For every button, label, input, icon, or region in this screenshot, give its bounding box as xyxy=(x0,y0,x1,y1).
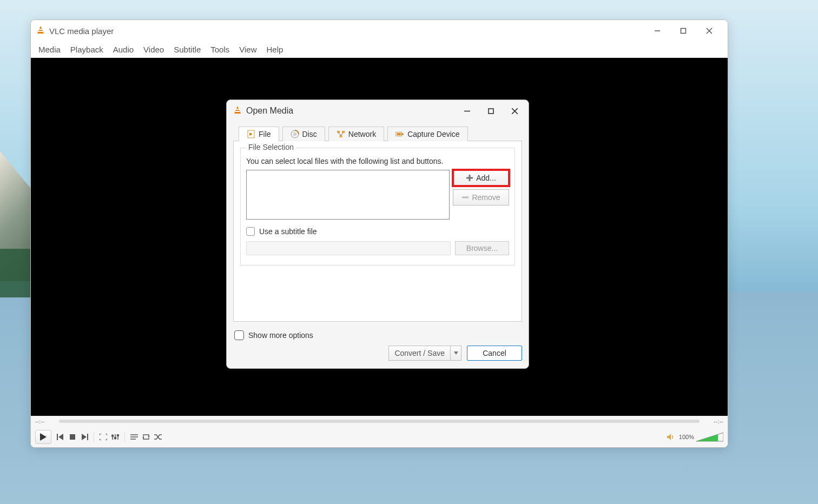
playlist-button[interactable] xyxy=(129,432,139,442)
svg-point-31 xyxy=(294,133,296,135)
capture-icon xyxy=(395,130,404,138)
svg-rect-13 xyxy=(112,435,114,436)
svg-rect-33 xyxy=(342,131,345,133)
tab-content: File Selection You can select local file… xyxy=(233,141,522,322)
dialog-title: Open Media xyxy=(246,106,293,116)
dialog-footer: Convert / Save Cancel xyxy=(227,346,529,368)
dialog-close-button[interactable] xyxy=(510,107,519,115)
dialog-tabs: File Disc Network Capture Device xyxy=(233,126,522,141)
menubar: Media Playback Audio Video Subtitle Tool… xyxy=(31,42,728,58)
svg-line-35 xyxy=(338,133,341,135)
svg-point-39 xyxy=(402,133,404,135)
main-titlebar[interactable]: VLC media player xyxy=(31,20,728,42)
dialog-titlebar[interactable]: Open Media xyxy=(227,100,529,122)
play-button[interactable] xyxy=(35,430,51,444)
svg-marker-19 xyxy=(148,436,150,437)
random-button[interactable] xyxy=(153,432,163,442)
show-more-options-label: Show more options xyxy=(248,331,313,340)
vlc-cone-icon xyxy=(36,26,45,36)
svg-rect-5 xyxy=(57,434,58,440)
file-list[interactable] xyxy=(246,170,450,220)
svg-rect-34 xyxy=(339,135,342,137)
svg-rect-25 xyxy=(489,109,493,114)
svg-rect-41 xyxy=(466,177,473,179)
svg-rect-1 xyxy=(681,29,686,34)
disc-icon xyxy=(291,130,299,138)
file-selection-group: File Selection You can select local file… xyxy=(240,148,515,266)
file-icon xyxy=(247,130,255,138)
subtitle-checkbox-label: Use a subtitle file xyxy=(259,227,317,236)
tab-disc[interactable]: Disc xyxy=(282,127,325,141)
svg-marker-4 xyxy=(40,433,47,441)
minus-icon xyxy=(461,194,469,201)
main-window-title: VLC media player xyxy=(49,26,114,36)
svg-marker-20 xyxy=(142,436,144,437)
menu-video[interactable]: Video xyxy=(139,43,168,56)
loop-button[interactable] xyxy=(141,432,151,442)
tab-network[interactable]: Network xyxy=(328,127,384,141)
close-button[interactable] xyxy=(696,20,722,42)
svg-rect-14 xyxy=(115,437,116,439)
next-button[interactable] xyxy=(80,432,89,442)
menu-view[interactable]: View xyxy=(235,43,261,56)
tab-disc-label: Disc xyxy=(302,130,317,138)
mute-button[interactable] xyxy=(666,432,676,442)
previous-button[interactable] xyxy=(56,432,65,442)
svg-rect-38 xyxy=(397,133,401,135)
menu-playback[interactable]: Playback xyxy=(66,43,108,56)
convert-save-button[interactable]: Convert / Save xyxy=(388,346,461,361)
cancel-label: Cancel xyxy=(483,349,506,357)
dialog-maximize-button[interactable] xyxy=(486,107,495,115)
menu-media[interactable]: Media xyxy=(34,43,65,56)
file-selection-helper: You can select local files with the foll… xyxy=(246,157,509,165)
svg-rect-9 xyxy=(87,434,88,440)
file-selection-title: File Selection xyxy=(246,143,296,151)
svg-marker-43 xyxy=(454,352,458,355)
svg-marker-6 xyxy=(58,434,63,440)
add-file-button[interactable]: Add... xyxy=(453,170,509,186)
total-time: --:-- xyxy=(704,418,723,425)
cancel-button[interactable]: Cancel xyxy=(467,346,522,361)
remove-file-button[interactable]: Remove xyxy=(453,189,509,205)
svg-line-36 xyxy=(341,133,344,135)
convert-save-dropdown[interactable] xyxy=(450,346,461,360)
plus-icon xyxy=(466,174,473,182)
menu-subtitle[interactable]: Subtitle xyxy=(169,43,205,56)
vlc-cone-icon xyxy=(233,106,242,116)
subtitle-path-field xyxy=(246,241,451,255)
maximize-button[interactable] xyxy=(670,20,696,42)
chevron-down-icon xyxy=(454,352,458,355)
tab-file[interactable]: File xyxy=(239,127,279,141)
menu-tools[interactable]: Tools xyxy=(206,43,234,56)
svg-rect-42 xyxy=(462,197,469,198)
svg-rect-32 xyxy=(337,131,340,133)
fullscreen-button[interactable] xyxy=(98,432,108,442)
dialog-minimize-button[interactable] xyxy=(463,107,471,115)
menu-audio[interactable]: Audio xyxy=(109,43,138,56)
volume-percent: 100% xyxy=(679,434,694,440)
stop-button[interactable] xyxy=(68,432,77,442)
subtitle-browse-button: Browse... xyxy=(455,241,509,255)
playback-controls: 100% xyxy=(31,427,728,447)
menu-help[interactable]: Help xyxy=(262,43,288,56)
add-file-label: Add... xyxy=(476,174,496,182)
tab-capture-label: Capture Device xyxy=(407,130,460,138)
svg-rect-15 xyxy=(117,435,119,436)
open-media-dialog: Open Media File Disc Network Capture Dev xyxy=(226,100,529,369)
svg-marker-21 xyxy=(667,434,671,440)
minimize-button[interactable] xyxy=(644,20,670,42)
volume-slider[interactable] xyxy=(696,432,723,442)
tab-file-label: File xyxy=(259,130,271,138)
extended-settings-button[interactable] xyxy=(110,432,120,442)
convert-save-label: Convert / Save xyxy=(389,349,450,357)
network-icon xyxy=(337,130,345,138)
seek-bar-row: --:-- --:-- xyxy=(31,416,728,427)
svg-marker-8 xyxy=(82,434,87,440)
seek-slider[interactable] xyxy=(59,420,700,423)
show-more-options-checkbox[interactable] xyxy=(234,330,244,340)
subtitle-checkbox[interactable] xyxy=(246,227,255,236)
tab-capture[interactable]: Capture Device xyxy=(387,127,468,141)
elapsed-time: --:-- xyxy=(35,418,55,425)
tab-network-label: Network xyxy=(348,130,376,138)
svg-rect-7 xyxy=(70,434,75,440)
